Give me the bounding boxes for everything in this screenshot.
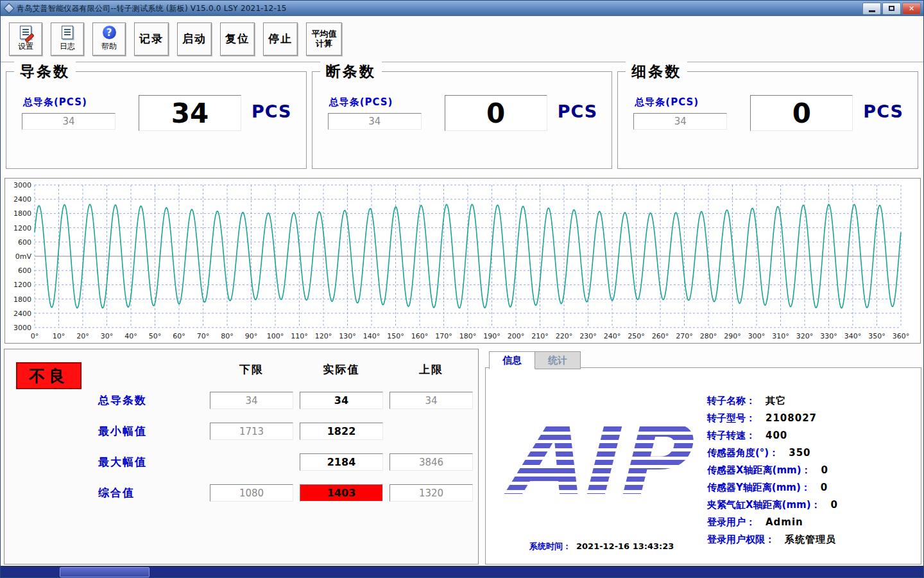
svg-text:180°: 180° bbox=[459, 332, 477, 340]
max-amplitude-upper-field[interactable]: 3846 bbox=[389, 453, 473, 471]
log-icon bbox=[62, 26, 73, 39]
total-bars-input[interactable]: 34 bbox=[22, 113, 116, 130]
unit-label: PCS bbox=[863, 101, 903, 121]
system-time: 系统时间： 2021-12-16 13:43:23 bbox=[529, 541, 674, 552]
info-row-user-role: 登录用户权限： 系统管理员 bbox=[707, 534, 838, 546]
settings-button[interactable]: 设置 bbox=[9, 22, 42, 56]
group-title: 断条数 bbox=[320, 62, 382, 82]
info-row-rotor-name: 转子名称： 其它 bbox=[707, 395, 838, 407]
info-tabs: 信息 统计 bbox=[489, 351, 581, 369]
svg-text:30°: 30° bbox=[101, 332, 114, 340]
svg-text:160°: 160° bbox=[411, 332, 429, 340]
thin-count-display: 0 bbox=[750, 95, 853, 131]
results-table: 下限 实际值 上限 总导条数 34 34 34 最小幅值 1713 1822 最… bbox=[97, 361, 473, 502]
svg-text:300°: 300° bbox=[748, 332, 766, 340]
help-icon: ? bbox=[103, 26, 116, 39]
svg-text:330°: 330° bbox=[820, 332, 837, 340]
taskbar-item[interactable] bbox=[60, 567, 150, 577]
svg-text:200°: 200° bbox=[508, 332, 525, 340]
total-bars-label: 总导条(PCS) bbox=[635, 96, 699, 109]
log-button[interactable]: 日志 bbox=[51, 22, 84, 56]
tab-statistics[interactable]: 统计 bbox=[535, 351, 581, 369]
maximize-icon bbox=[889, 6, 894, 11]
settings-icon bbox=[20, 26, 31, 39]
svg-text:1200: 1200 bbox=[13, 224, 31, 232]
window-title: 青岛艾普智能仪器有限公司--转子测试系统 (新板) V15.0.0 LSY 20… bbox=[17, 3, 287, 14]
info-row-rotor-speed: 转子转速： 400 bbox=[707, 430, 838, 442]
minimize-button[interactable] bbox=[862, 3, 881, 15]
svg-text:1800: 1800 bbox=[13, 209, 31, 218]
aip-logo-text: AIP bbox=[504, 418, 696, 507]
waveform-svg: 30002400180012006000mV600120018002400300… bbox=[5, 179, 920, 344]
composite-lower-field[interactable]: 1080 bbox=[210, 484, 293, 502]
svg-text:280°: 280° bbox=[700, 332, 717, 340]
empty-cell bbox=[389, 423, 473, 440]
svg-text:340°: 340° bbox=[844, 332, 862, 340]
svg-text:3000: 3000 bbox=[13, 324, 31, 332]
composite-upper-field[interactable]: 1320 bbox=[389, 484, 473, 502]
stop-button[interactable]: 停止 bbox=[263, 22, 298, 56]
svg-text:1200: 1200 bbox=[13, 281, 31, 289]
row-label-min-amplitude: 最小幅值 bbox=[97, 424, 203, 439]
close-button[interactable]: ✕ bbox=[902, 3, 921, 15]
info-row-clamp-cylinder-x: 夹紧气缸X轴距离(mm)： 0 bbox=[707, 499, 838, 511]
reset-button[interactable]: 复位 bbox=[220, 22, 255, 56]
svg-text:2400: 2400 bbox=[13, 310, 31, 318]
svg-text:230°: 230° bbox=[579, 332, 597, 340]
svg-text:20°: 20° bbox=[76, 332, 89, 340]
svg-text:60°: 60° bbox=[173, 332, 185, 340]
empty-cell bbox=[210, 453, 293, 471]
svg-text:70°: 70° bbox=[197, 332, 210, 340]
total-bars-label: 总导条(PCS) bbox=[23, 96, 87, 109]
svg-text:190°: 190° bbox=[483, 332, 501, 340]
svg-text:50°: 50° bbox=[149, 332, 162, 340]
waveform-chart: 30002400180012006000mV600120018002400300… bbox=[4, 178, 921, 344]
status-badge: 不良 bbox=[16, 362, 81, 389]
svg-text:360°: 360° bbox=[893, 332, 910, 340]
row-label-composite-value: 综合值 bbox=[97, 486, 203, 500]
svg-text:1800: 1800 bbox=[13, 295, 31, 304]
tab-info[interactable]: 信息 bbox=[489, 351, 535, 369]
svg-text:2400: 2400 bbox=[13, 195, 31, 204]
svg-text:600: 600 bbox=[18, 267, 31, 275]
info-row-sensor-angle: 传感器角度(°)： 350 bbox=[707, 447, 838, 459]
table-corner bbox=[97, 361, 203, 378]
total-bars-upper-field[interactable]: 34 bbox=[389, 392, 473, 409]
svg-text:220°: 220° bbox=[556, 332, 573, 340]
minimize-icon bbox=[869, 10, 875, 12]
svg-text:3000: 3000 bbox=[13, 181, 31, 189]
maximize-button[interactable] bbox=[882, 3, 901, 15]
column-header-lower-limit: 下限 bbox=[210, 362, 293, 377]
svg-text:120°: 120° bbox=[315, 332, 332, 340]
row-label-max-amplitude: 最大幅值 bbox=[97, 455, 203, 469]
svg-text:150°: 150° bbox=[387, 332, 404, 340]
help-button[interactable]: ? 帮助 bbox=[92, 22, 126, 56]
average-calc-button[interactable]: 平均值计算 bbox=[306, 22, 342, 56]
svg-text:260°: 260° bbox=[652, 332, 669, 340]
info-row-sensor-y-distance: 传感器Y轴距离(mm)： 0 bbox=[707, 482, 838, 494]
total-bars-lower-field[interactable]: 34 bbox=[210, 392, 293, 409]
taskbar bbox=[1, 566, 924, 578]
waveform-svg-host: 30002400180012006000mV600120018002400300… bbox=[5, 179, 920, 344]
svg-text:210°: 210° bbox=[531, 332, 549, 340]
info-panel: 信息 统计 AIP 转子名称： 其它 转子型号： 2108027 bbox=[485, 349, 921, 565]
group-title: 导条数 bbox=[14, 62, 76, 82]
groupbox-conductor-bars: 导条数 总导条(PCS) 34 34 PCS bbox=[6, 71, 307, 169]
total-bars-input[interactable]: 34 bbox=[633, 113, 727, 130]
record-button[interactable]: 记录 bbox=[134, 22, 169, 56]
min-amplitude-actual-field: 1822 bbox=[300, 423, 383, 440]
composite-actual-field-alarm: 1403 bbox=[300, 484, 383, 502]
info-row-sensor-x-distance: 传感器X轴距离(mm)： 0 bbox=[707, 464, 838, 477]
svg-text:0°: 0° bbox=[31, 332, 39, 340]
svg-text:40°: 40° bbox=[124, 332, 137, 340]
group-title: 细条数 bbox=[626, 62, 687, 82]
min-amplitude-lower-field[interactable]: 1713 bbox=[210, 423, 293, 440]
app-window: 青岛艾普智能仪器有限公司--转子测试系统 (新板) V15.0.0 LSY 20… bbox=[0, 0, 924, 578]
titlebar[interactable]: 青岛艾普智能仪器有限公司--转子测试系统 (新板) V15.0.0 LSY 20… bbox=[1, 1, 923, 16]
svg-text:80°: 80° bbox=[221, 332, 234, 340]
svg-text:90°: 90° bbox=[245, 332, 258, 340]
info-row-rotor-model: 转子型号： 2108027 bbox=[707, 412, 838, 425]
total-bars-input[interactable]: 34 bbox=[328, 113, 422, 130]
start-button[interactable]: 启动 bbox=[177, 22, 212, 56]
column-header-upper-limit: 上限 bbox=[389, 362, 473, 377]
